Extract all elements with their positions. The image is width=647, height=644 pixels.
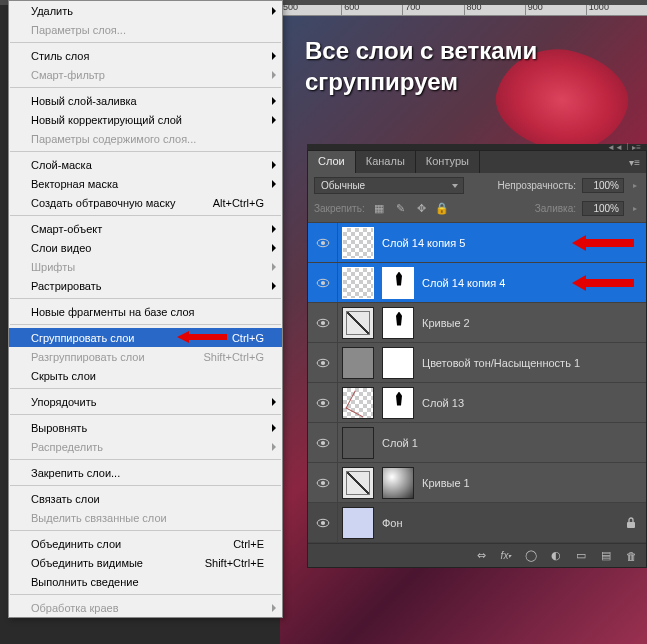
tab-channels[interactable]: Каналы <box>356 151 416 173</box>
menu-item-label: Сгруппировать слои <box>31 332 232 344</box>
menu-item[interactable]: Объединить слоиCtrl+E <box>9 534 282 553</box>
layer-thumbnail[interactable] <box>342 227 374 259</box>
layer-name-label: Слой 14 копия 4 <box>422 277 505 289</box>
add-mask-icon[interactable]: ◯ <box>524 549 538 563</box>
menu-item[interactable]: Смарт-объект <box>9 219 282 238</box>
menu-item[interactable]: Сгруппировать слоиCtrl+G <box>9 328 282 347</box>
menu-item[interactable]: Растрировать <box>9 276 282 295</box>
fill-flyout-icon[interactable]: ▸ <box>630 204 640 213</box>
submenu-arrow-icon <box>272 71 276 79</box>
menu-item[interactable]: Векторная маска <box>9 174 282 193</box>
visibility-toggle[interactable] <box>308 343 338 382</box>
menu-item: Шрифты <box>9 257 282 276</box>
svg-rect-19 <box>627 522 635 528</box>
layer-context-menu: УдалитьПараметры слоя...Стиль слояСмарт-… <box>8 0 283 618</box>
menu-item-label: Векторная маска <box>31 178 264 190</box>
mask-thumbnail[interactable] <box>382 387 414 419</box>
menu-item[interactable]: Объединить видимыеShift+Ctrl+E <box>9 553 282 572</box>
tab-paths[interactable]: Контуры <box>416 151 480 173</box>
layer-row[interactable]: Цветовой тон/Насыщенность 1 <box>308 343 646 383</box>
menu-item[interactable]: Создать обтравочную маскуAlt+Ctrl+G <box>9 193 282 212</box>
overlay-line2: сгруппируем <box>305 66 537 97</box>
svg-point-8 <box>320 320 324 324</box>
layer-row[interactable]: Слой 1 <box>308 423 646 463</box>
layer-thumbnail[interactable] <box>342 507 374 539</box>
fx-icon[interactable]: fx▾ <box>499 549 513 563</box>
fill-input[interactable]: 100% <box>582 201 624 216</box>
menu-item-label: Скрыть слои <box>31 370 264 382</box>
svg-marker-3 <box>572 235 634 251</box>
visibility-toggle[interactable] <box>308 223 338 262</box>
mask-thumbnail[interactable] <box>382 307 414 339</box>
layer-thumbnail[interactable] <box>342 387 374 419</box>
menu-item[interactable]: Новый корректирующий слой <box>9 110 282 129</box>
visibility-toggle[interactable] <box>308 503 338 542</box>
menu-item[interactable]: Слой-маска <box>9 155 282 174</box>
menu-item[interactable]: Стиль слоя <box>9 46 282 65</box>
new-layer-icon[interactable]: ▤ <box>599 549 613 563</box>
submenu-arrow-icon <box>272 424 276 432</box>
menu-item-label: Стиль слоя <box>31 50 264 62</box>
menu-item[interactable]: Упорядочить <box>9 392 282 411</box>
visibility-toggle[interactable] <box>308 263 338 302</box>
blend-mode-dropdown[interactable]: Обычные <box>314 177 464 194</box>
menu-item-shortcut: Alt+Ctrl+G <box>213 197 264 209</box>
layer-row[interactable]: Кривые 1 <box>308 463 646 503</box>
link-layers-icon[interactable]: ⇔ <box>474 549 488 563</box>
menu-item-label: Новые фрагменты на базе слоя <box>31 306 264 318</box>
menu-item[interactable]: Связать слои <box>9 489 282 508</box>
adjustment-thumbnail[interactable] <box>342 467 374 499</box>
menu-item[interactable]: Удалить <box>9 1 282 20</box>
mask-thumbnail[interactable] <box>382 267 414 299</box>
layer-thumbnail[interactable] <box>342 347 374 379</box>
layer-row[interactable]: Слой 14 копия 5 <box>308 223 646 263</box>
menu-separator <box>10 151 281 152</box>
opacity-input[interactable]: 100% <box>582 178 624 193</box>
adjustment-thumbnail[interactable] <box>342 307 374 339</box>
visibility-toggle[interactable] <box>308 463 338 502</box>
layer-row[interactable]: Кривые 2 <box>308 303 646 343</box>
visibility-toggle[interactable] <box>308 303 338 342</box>
layer-row[interactable]: Слой 13 <box>308 383 646 423</box>
menu-item-label: Закрепить слои... <box>31 467 264 479</box>
delete-layer-icon[interactable]: 🗑 <box>624 549 638 563</box>
panel-menu-icon[interactable]: ▾≡ <box>623 151 646 173</box>
opacity-flyout-icon[interactable]: ▸ <box>630 181 640 190</box>
menu-item-label: Параметры слоя... <box>31 24 264 36</box>
layer-thumbnail[interactable] <box>342 267 374 299</box>
menu-item[interactable]: Закрепить слои... <box>9 463 282 482</box>
layer-name-label: Цветовой тон/Насыщенность 1 <box>422 357 580 369</box>
menu-item-label: Параметры содержимого слоя... <box>31 133 264 145</box>
adjustment-layer-icon[interactable]: ◐ <box>549 549 563 563</box>
menu-item-label: Шрифты <box>31 261 264 273</box>
menu-item[interactable]: Скрыть слои <box>9 366 282 385</box>
lock-transparency-icon[interactable]: ▦ <box>373 202 386 215</box>
menu-item[interactable]: Выполнить сведение <box>9 572 282 591</box>
layer-row[interactable]: Фон <box>308 503 646 543</box>
menu-item[interactable]: Новые фрагменты на базе слоя <box>9 302 282 321</box>
menu-item[interactable]: Выровнять <box>9 418 282 437</box>
lock-all-icon[interactable]: 🔒 <box>436 202 449 215</box>
submenu-arrow-icon <box>272 263 276 271</box>
layer-thumbnail[interactable] <box>342 427 374 459</box>
visibility-toggle[interactable] <box>308 423 338 462</box>
new-group-icon[interactable]: ▭ <box>574 549 588 563</box>
menu-item[interactable]: Новый слой-заливка <box>9 91 282 110</box>
tab-layers[interactable]: Слои <box>308 151 356 173</box>
panel-footer: ⇔ fx▾ ◯ ◐ ▭ ▤ 🗑 <box>308 543 646 567</box>
menu-item-label: Слой-маска <box>31 159 264 171</box>
opacity-label: Непрозрачность: <box>497 180 576 191</box>
menu-item[interactable]: Слои видео <box>9 238 282 257</box>
menu-item-label: Выполнить сведение <box>31 576 264 588</box>
layer-row[interactable]: Слой 14 копия 4 <box>308 263 646 303</box>
mask-thumbnail[interactable] <box>382 347 414 379</box>
menu-item-shortcut: Ctrl+E <box>233 538 264 550</box>
lock-position-icon[interactable]: ✥ <box>415 202 428 215</box>
svg-point-18 <box>320 520 324 524</box>
visibility-toggle[interactable] <box>308 383 338 422</box>
menu-item-label: Выровнять <box>31 422 264 434</box>
menu-separator <box>10 324 281 325</box>
mask-thumbnail[interactable] <box>382 467 414 499</box>
menu-item-label: Связать слои <box>31 493 264 505</box>
lock-pixels-icon[interactable]: ✎ <box>394 202 407 215</box>
